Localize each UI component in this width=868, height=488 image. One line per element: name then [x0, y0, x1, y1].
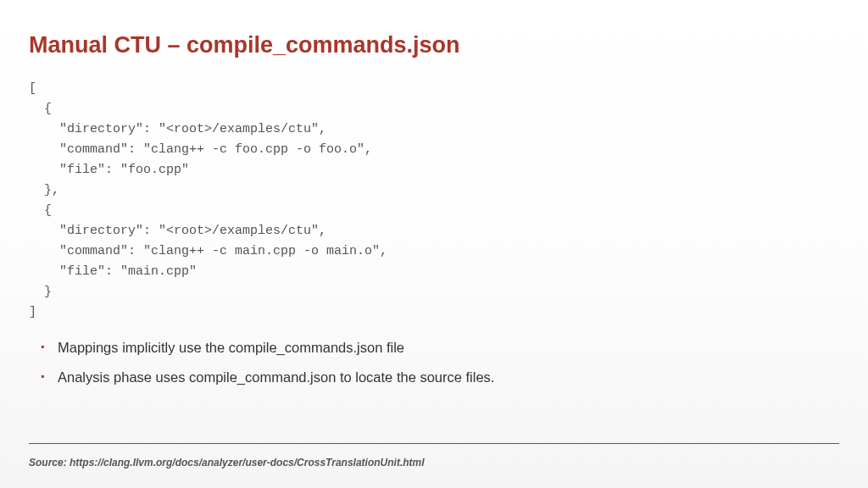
bullet-item: Mappings implicitly use the compile_comm… — [46, 340, 839, 356]
divider-line — [29, 443, 839, 444]
slide-title: Manual CTU – compile_commands.json — [29, 32, 839, 58]
slide-container: Manual CTU – compile_commands.json [ { "… — [0, 0, 868, 488]
code-block: [ { "directory": "<root>/examples/ctu", … — [29, 79, 839, 323]
bullet-list: Mappings implicitly use the compile_comm… — [29, 340, 839, 385]
bullet-item: Analysis phase uses compile_command.json… — [46, 369, 839, 385]
source-citation: Source: https://clang.llvm.org/docs/anal… — [29, 457, 425, 469]
